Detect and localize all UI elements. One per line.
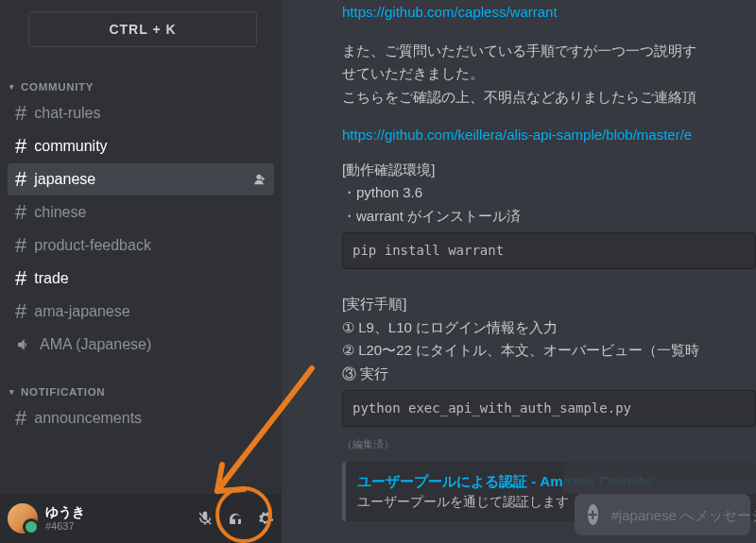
- voice-channel-ama-japanese[interactable]: AMA (Japanese): [8, 329, 274, 361]
- message-text: ① L9、L10 にログイン情報を入力: [342, 317, 756, 339]
- channel-label: trade: [34, 270, 68, 287]
- chevron-down-icon: ▾: [6, 387, 19, 397]
- message-text: せていただきました。: [342, 63, 756, 85]
- channel-label: product-feedback: [34, 237, 151, 254]
- message-link[interactable]: https://github.com/keillera/alis-api-sam…: [342, 127, 692, 143]
- message-input[interactable]: [611, 507, 756, 523]
- channel-label: AMA (Japanese): [40, 336, 151, 353]
- message-list[interactable]: https://github.com/capless/warrant また、ご質…: [282, 0, 756, 543]
- hash-icon: #: [15, 101, 26, 126]
- chevron-down-icon: ▾: [6, 82, 19, 92]
- channel-label: chinese: [34, 204, 86, 221]
- hash-icon: #: [15, 200, 26, 225]
- create-invite-icon[interactable]: [251, 172, 266, 187]
- edited-indicator: （編集済）: [342, 438, 394, 450]
- message-link[interactable]: https://github.com/capless/warrant: [342, 4, 558, 20]
- channel-label: japanese: [34, 171, 95, 188]
- hash-icon: #: [15, 233, 26, 258]
- quick-switcher-button[interactable]: CTRL + K: [28, 11, 257, 47]
- message-text: [動作確認環境]: [342, 160, 756, 181]
- channel-chat-rules[interactable]: # chat-rules: [8, 97, 274, 129]
- message-input-bar: +: [575, 494, 750, 535]
- message-text: また、ご質問いただいている手順ですが一つ一つ説明す: [342, 41, 756, 62]
- channel-label: chat-rules: [34, 105, 100, 122]
- message-text: ② L20〜22 にタイトル、本文、オーバービュー（一覧時: [342, 340, 756, 362]
- username: ゆうき: [45, 505, 85, 519]
- category-community[interactable]: ▾ COMMUNITY: [0, 76, 282, 96]
- message-text: こちらをご確認の上、不明点などありましたらご連絡頂: [342, 87, 756, 109]
- category-label: COMMUNITY: [21, 81, 94, 93]
- hash-icon: #: [15, 167, 26, 192]
- hash-icon: #: [15, 299, 26, 324]
- speaker-icon: [15, 336, 32, 353]
- attach-plus-icon[interactable]: +: [588, 504, 598, 525]
- code-block: python exec_api_with_auth_sample.py: [342, 390, 756, 427]
- avatar[interactable]: [8, 503, 38, 534]
- channel-chinese[interactable]: # chinese: [8, 196, 274, 229]
- category-label: NOTIFICATION: [21, 386, 105, 398]
- hash-icon: #: [15, 134, 26, 159]
- channel-trade[interactable]: # trade: [8, 263, 274, 295]
- channel-community[interactable]: # community: [8, 130, 274, 162]
- hash-icon: #: [15, 266, 26, 291]
- hash-icon: #: [15, 406, 26, 431]
- channel-label: community: [34, 138, 107, 155]
- message-text: [実行手順]: [342, 294, 756, 315]
- message-text: ・python 3.6: [342, 182, 756, 204]
- annotation-arrow-icon: [170, 359, 321, 519]
- channel-label: ama-japanese: [34, 303, 129, 320]
- code-block: pip install warrant: [342, 232, 756, 269]
- channel-japanese[interactable]: # japanese: [8, 163, 274, 195]
- message-text: ③ 実行: [342, 364, 756, 385]
- channel-ama-japanese[interactable]: # ama-japanese: [8, 296, 274, 328]
- channel-product-feedback[interactable]: # product-feedback: [8, 229, 274, 262]
- embed-title: ユーザープールによる認証 - Amazon Cognito: [357, 471, 745, 493]
- message-text: ・warrant がインストール済: [342, 206, 756, 228]
- chat-main: https://github.com/capless/warrant また、ご質…: [282, 0, 756, 543]
- user-discriminator: #4637: [45, 520, 85, 532]
- channel-label: announcements: [34, 410, 142, 427]
